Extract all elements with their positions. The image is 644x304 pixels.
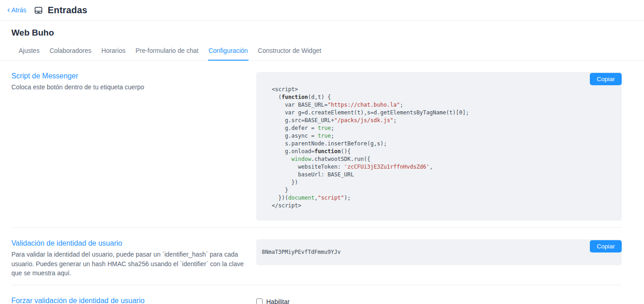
inbox-icon: [34, 6, 43, 15]
tab-horarios[interactable]: Horarios: [101, 42, 126, 61]
enable-checkbox-label: Habilitar: [266, 298, 289, 304]
tabs-bar: Ajustes Colaboradores Horarios Pre-formu…: [0, 42, 644, 61]
messenger-script-description: Coloca este botón dentro de tu etiqueta …: [11, 82, 246, 92]
back-button[interactable]: ‹ Atrás: [7, 6, 26, 14]
messenger-script-box: <script> (function(d,t) { var BASE_URL="…: [256, 72, 622, 221]
inbox-name: Web Buho: [11, 28, 622, 38]
identity-validation-description: Para validar la identidad del usuario, p…: [11, 250, 246, 278]
page-title: Entradas: [48, 5, 87, 15]
top-header: ‹ Atrás Entradas: [0, 0, 644, 21]
tab-configuracion[interactable]: Configuración: [208, 42, 248, 61]
section-enforce-identity-validation: Forzar validación de identidad de usuari…: [11, 285, 622, 304]
enable-checkbox[interactable]: [256, 299, 263, 304]
messenger-script-title: Script de Messenger: [11, 72, 246, 80]
tab-constructor-de-widget[interactable]: Constructor de Widget: [258, 42, 322, 61]
chevron-left-icon: ‹: [7, 5, 10, 14]
tab-colaboradores[interactable]: Colaboradores: [49, 42, 92, 61]
hmac-token-value: 8NmaT3PMiyPEvfTdFmmu9YJv: [262, 249, 340, 255]
hmac-token-box: 8NmaT3PMiyPEvfTdFmmu9YJv Copiar: [256, 239, 622, 265]
main-content: Web Buho Ajustes Colaboradores Horarios …: [0, 28, 644, 304]
back-label: Atrás: [11, 6, 26, 14]
enable-checkbox-row[interactable]: Habilitar: [256, 298, 622, 304]
tab-ajustes[interactable]: Ajustes: [18, 42, 40, 61]
copy-script-button[interactable]: Copiar: [590, 73, 622, 85]
section-messenger-script: Script de Messenger Coloca este botón de…: [11, 61, 622, 228]
code-block: <script> (function(d,t) { var BASE_URL="…: [272, 86, 606, 210]
copy-token-button[interactable]: Copiar: [590, 240, 622, 252]
enforce-validation-title: Forzar validación de identidad de usuari…: [11, 297, 246, 304]
tab-pre-formulario-de-chat[interactable]: Pre-formulario de chat: [135, 42, 199, 61]
section-identity-validation: Validación de identidad de usuario Para …: [11, 228, 622, 285]
identity-validation-title: Validación de identidad de usuario: [11, 239, 246, 247]
